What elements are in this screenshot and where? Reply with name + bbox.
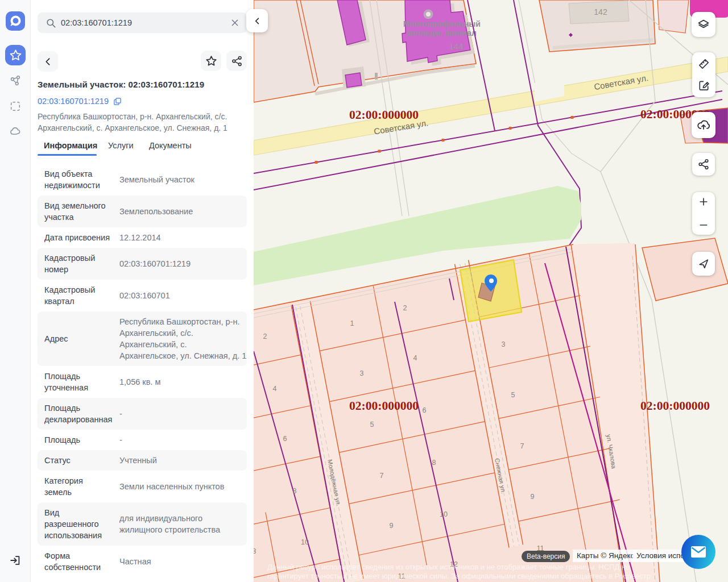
svg-text:9: 9 [390,522,394,530]
svg-text:1: 1 [350,319,354,327]
svg-text:3: 3 [502,340,506,348]
svg-text:6: 6 [283,435,287,443]
svg-text:2: 2 [263,332,267,340]
svg-text:4: 4 [273,385,277,393]
svg-text:10: 10 [440,510,448,518]
svg-text:2: 2 [403,304,407,312]
svg-text:8: 8 [293,487,297,495]
svg-text:5: 5 [511,391,515,399]
svg-text:5: 5 [370,421,374,429]
svg-text:02:00:000000: 02:00:000000 [349,108,419,122]
svg-text:02:00:000000: 02:00:000000 [349,399,419,413]
svg-text:Многопрофильный: Многопрофильный [403,19,481,28]
svg-text:3: 3 [360,369,364,377]
svg-text:10: 10 [301,538,309,546]
svg-text:02:00:000000: 02:00:000000 [640,399,710,413]
svg-text:144: 144 [449,41,463,51]
svg-text:7: 7 [520,442,524,450]
svg-text:142: 142 [594,7,607,16]
svg-text:3: 3 [254,547,257,555]
svg-text:4: 4 [413,354,417,362]
svg-text:колледж, филиал: колледж, филиал [407,28,477,38]
svg-text:6: 6 [423,406,427,414]
svg-text:9: 9 [531,493,535,501]
svg-text:8: 8 [432,459,436,467]
svg-text:7: 7 [380,472,384,480]
